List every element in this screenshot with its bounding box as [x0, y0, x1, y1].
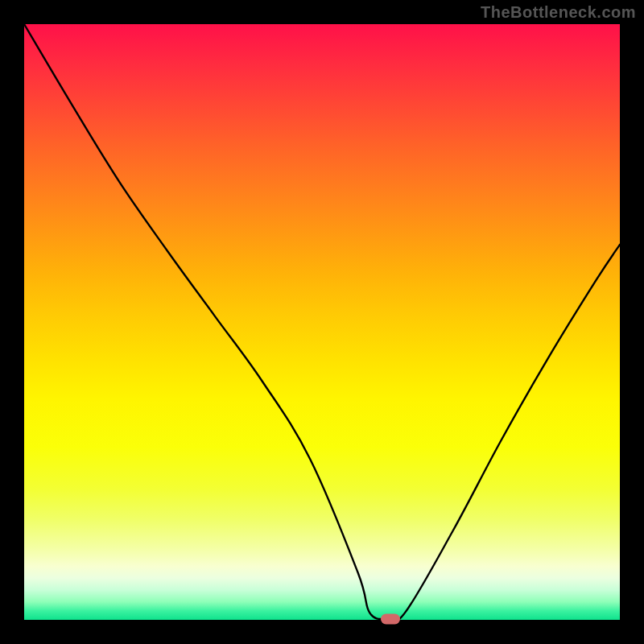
watermark-text: TheBottleneck.com	[481, 3, 636, 22]
chart-plot-area	[24, 24, 620, 620]
optimal-point-marker	[381, 613, 400, 624]
bottleneck-curve	[24, 24, 620, 620]
